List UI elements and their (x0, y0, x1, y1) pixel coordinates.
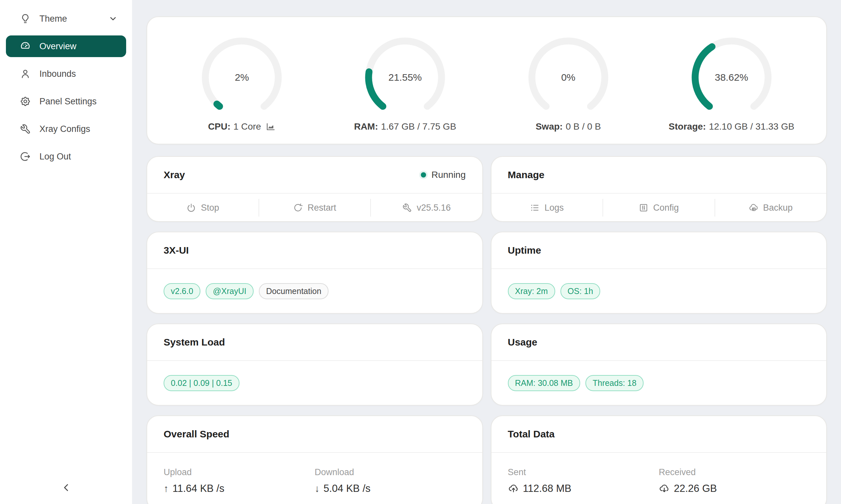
download-stat: Download ↓ 5.04 KB /s (315, 467, 466, 494)
status-dot-icon (421, 172, 426, 178)
xray-card: Xray Running Stop (147, 156, 483, 222)
upload-stat: Upload ↑ 11.64 KB /s (164, 467, 315, 494)
sidebar-item-label: Inbounds (39, 69, 76, 79)
ram-gauge: 21.55% RAM: 1.67 GB / 7.75 GB (324, 37, 487, 144)
restart-icon (293, 203, 303, 213)
os-uptime-tag: OS: 1h (561, 283, 601, 299)
gauge-label: Storage: 12.10 GB / 31.33 GB (669, 121, 794, 132)
sidebar-item-label: Overview (39, 41, 76, 52)
gauge-label-rest: 12.10 GB / 31.33 GB (709, 121, 794, 132)
sidebar-item-panel-settings[interactable]: Panel Settings (6, 91, 126, 112)
cards-grid: Xray Running Stop (147, 156, 827, 504)
sidebar-item-log-out[interactable]: Log Out (6, 146, 126, 167)
chevron-down-icon (108, 14, 118, 23)
status-label: Running (431, 169, 465, 180)
stat-value: 11.64 KB /s (172, 483, 224, 494)
gauge-label-bold: RAM: (354, 121, 378, 132)
card-title: Xray (164, 169, 185, 180)
action-label: Restart (308, 203, 336, 213)
gauge-label-bold: Storage: (669, 121, 706, 132)
xray-uptime-tag: Xray: 2m (508, 283, 555, 299)
action-label: Logs (544, 203, 564, 213)
cloud-server-icon (749, 203, 758, 213)
system-load-card: System Load 0.02 | 0.09 | 0.15 (147, 324, 483, 406)
cpu-gauge: 2% CPU: 1 Core (160, 37, 324, 144)
stat-label: Sent (508, 467, 659, 478)
uptime-card: Uptime Xray: 2m OS: 1h (491, 232, 827, 314)
gear-icon (20, 96, 31, 107)
threads-tag: Threads: 18 (585, 375, 643, 391)
xui-card: 3X-UI v2.6.0 @XrayUI Documentation (147, 232, 483, 314)
gauge-percent: 0% (528, 37, 608, 118)
logout-icon (20, 151, 31, 162)
logs-button[interactable]: Logs (492, 194, 603, 222)
sidebar-item-xray-configs[interactable]: Xray Configs (6, 118, 126, 140)
power-icon (186, 203, 196, 213)
manage-card: Manage Logs (491, 156, 827, 222)
gauge-label-bold: Swap: (535, 121, 562, 132)
config-button[interactable]: Config (603, 194, 715, 222)
card-title: 3X-UI (164, 245, 189, 256)
xrayui-tag[interactable]: @XrayUI (206, 283, 254, 299)
dashboard-icon (20, 41, 31, 52)
wrench-icon (402, 203, 412, 213)
area-chart-icon[interactable] (265, 121, 276, 132)
sent-stat: Sent 112.68 MB (508, 467, 659, 494)
sliders-icon (639, 203, 649, 213)
sidebar: Theme Overview Inbounds (0, 0, 132, 504)
stat-label: Download (315, 467, 466, 478)
bulb-icon (20, 13, 31, 24)
documentation-tag[interactable]: Documentation (259, 283, 328, 299)
action-label: Config (653, 203, 679, 213)
xray-status: Running (421, 169, 465, 180)
action-label: Stop (201, 203, 219, 213)
action-label: Backup (763, 203, 793, 213)
backup-button[interactable]: Backup (715, 194, 826, 222)
cloud-download-icon (659, 483, 670, 494)
ram-usage-tag: RAM: 30.08 MB (508, 375, 580, 391)
gauge-label: Swap: 0 B / 0 B (535, 121, 601, 132)
card-title: Total Data (508, 429, 555, 440)
usage-card: Usage RAM: 30.08 MB Threads: 18 (491, 324, 827, 406)
stat-value: 5.04 KB /s (324, 483, 371, 494)
sidebar-item-overview[interactable]: Overview (6, 35, 126, 57)
gauge-label-rest: 1 Core (234, 121, 261, 132)
sidebar-collapse-button[interactable] (58, 480, 74, 496)
gauge-label-rest: 1.67 GB / 7.75 GB (381, 121, 456, 132)
arrow-up-icon: ↑ (164, 483, 169, 494)
received-stat: Received 22.26 GB (659, 467, 810, 494)
gauge-percent: 38.62% (691, 37, 772, 118)
action-label: v25.5.16 (416, 203, 451, 213)
restart-button[interactable]: Restart (259, 194, 371, 222)
gauge-label-bold: CPU: (208, 121, 230, 132)
gauge-label: CPU: 1 Core (208, 121, 276, 132)
arrow-down-icon: ↓ (315, 483, 320, 494)
stat-label: Upload (164, 467, 315, 478)
stat-value: 112.68 MB (523, 483, 572, 494)
wrench-icon (20, 123, 31, 134)
card-title: Overall Speed (164, 429, 229, 440)
swap-gauge: 0% Swap: 0 B / 0 B (487, 37, 650, 144)
cloud-upload-icon (508, 483, 519, 494)
sidebar-item-inbounds[interactable]: Inbounds (6, 63, 126, 85)
sidebar-item-label: Theme (39, 14, 67, 24)
gauge-label: RAM: 1.67 GB / 7.75 GB (354, 121, 456, 132)
total-data-card: Total Data Sent 112.68 MB (491, 415, 827, 504)
sidebar-nav: Theme Overview Inbounds (0, 0, 132, 167)
card-title: Manage (508, 169, 545, 180)
sidebar-item-theme[interactable]: Theme (6, 8, 126, 30)
user-icon (20, 68, 31, 79)
stat-label: Received (659, 467, 810, 478)
main-content: 2% CPU: 1 Core 21.55% (132, 0, 841, 504)
gauge-label-rest: 0 B / 0 B (566, 121, 601, 132)
stop-button[interactable]: Stop (147, 194, 259, 222)
stat-value: 22.26 GB (674, 483, 717, 494)
version-tag[interactable]: v2.6.0 (164, 283, 201, 299)
storage-gauge: 38.62% Storage: 12.10 GB / 31.33 GB (650, 37, 813, 144)
load-average-tag: 0.02 | 0.09 | 0.15 (164, 375, 240, 391)
chevron-left-icon (60, 482, 72, 493)
xray-version-button[interactable]: v25.5.16 (371, 194, 482, 222)
gauge-percent: 2% (202, 37, 282, 118)
card-title: Usage (508, 337, 537, 348)
overall-speed-card: Overall Speed Upload ↑ 11.64 KB /s Downl… (147, 415, 483, 504)
